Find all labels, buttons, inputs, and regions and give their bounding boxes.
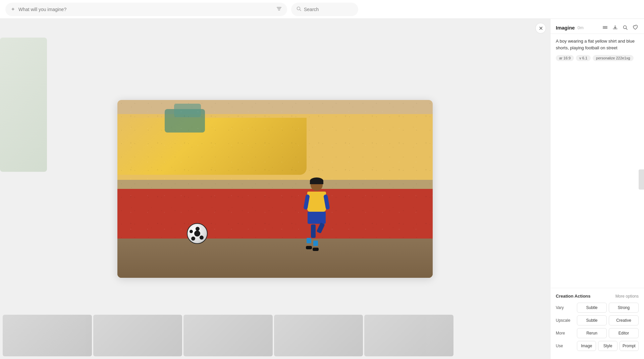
use-row: Use Image Style Prompt xyxy=(556,341,639,351)
more-options-link[interactable]: More options xyxy=(615,294,639,299)
tag-personalize: personalize 222e1xg xyxy=(593,55,634,61)
boy-arms xyxy=(307,195,326,210)
boy-shoe-right xyxy=(313,248,319,251)
main-image xyxy=(117,100,433,278)
vary-strong-button[interactable]: Strong xyxy=(609,303,639,313)
context-thumb-1 xyxy=(3,315,92,356)
heart-icon xyxy=(633,25,638,30)
boy-sock-left xyxy=(307,238,311,243)
panel-subtitle: 0m xyxy=(578,25,584,30)
tags-row: ar 16:9 v 6.1 personalize 222e1xg xyxy=(550,55,644,65)
boy-sock-right xyxy=(313,241,318,246)
boy-leg-right xyxy=(317,222,325,234)
boy-arm-left xyxy=(304,194,310,210)
football-patch-center xyxy=(194,230,200,237)
vary-row: Vary Subtle Strong xyxy=(556,303,639,313)
football-patch-bl xyxy=(191,237,195,241)
use-image-button[interactable]: Image xyxy=(577,341,596,351)
wand-icon: ✦ xyxy=(11,6,15,12)
svg-line-4 xyxy=(300,10,301,11)
svg-rect-5 xyxy=(603,26,607,27)
panel-search-icon xyxy=(623,25,628,30)
tag-version: v 6.1 xyxy=(576,55,591,61)
use-prompt-button[interactable]: Prompt xyxy=(620,341,639,351)
upscale-label: Upscale xyxy=(556,318,574,323)
panel-favorite-button[interactable] xyxy=(632,24,639,31)
panel-download-button[interactable] xyxy=(612,24,619,31)
search-container[interactable] xyxy=(291,3,358,16)
upscale-creative-button[interactable]: Creative xyxy=(609,315,639,325)
boy-leg-left xyxy=(311,224,316,238)
upscale-row: Upscale Subtle Creative xyxy=(556,315,639,325)
tag-ar: ar 16:9 xyxy=(556,55,574,61)
boy-head xyxy=(311,179,323,191)
use-label: Use xyxy=(556,344,574,348)
prompt-input[interactable] xyxy=(18,7,273,12)
context-thumb-2 xyxy=(93,315,182,356)
search-icon xyxy=(297,6,301,12)
main-content: ✕ xyxy=(0,0,644,359)
actions-title: Creation Actions xyxy=(556,294,591,299)
upscale-buttons: Subtle Creative xyxy=(577,315,639,325)
bg-left-context xyxy=(0,38,47,172)
boy-shoe-left xyxy=(306,246,312,249)
more-rerun-button[interactable]: Rerun xyxy=(577,328,607,338)
more-editor-button[interactable]: Editor xyxy=(609,328,639,338)
image-viewer: ✕ xyxy=(0,19,550,359)
football-patch-br xyxy=(200,236,204,240)
more-buttons: Rerun Editor xyxy=(577,328,639,338)
ground xyxy=(117,239,433,278)
more-label: More xyxy=(556,331,574,336)
boy-hair xyxy=(310,177,323,184)
panel-search-button[interactable] xyxy=(622,24,629,31)
svg-rect-2 xyxy=(278,10,280,10)
football xyxy=(187,223,208,244)
use-buttons: Image Style Prompt xyxy=(577,341,639,351)
boy-figure xyxy=(302,179,332,246)
boy-legs xyxy=(302,224,332,238)
download-icon xyxy=(612,25,618,30)
panel-title: Imagine xyxy=(556,25,575,31)
filter-icon[interactable] xyxy=(276,6,282,13)
svg-rect-0 xyxy=(277,7,281,8)
vary-label: Vary xyxy=(556,305,574,310)
svg-rect-1 xyxy=(277,8,281,9)
image-canvas xyxy=(117,100,433,278)
boy-shirt xyxy=(307,192,326,212)
right-panel: Imagine 0m xyxy=(550,19,644,359)
vary-subtle-button[interactable]: Subtle xyxy=(577,303,607,313)
panel-menu-button[interactable] xyxy=(602,24,608,31)
right-edge-tab[interactable] xyxy=(639,169,644,190)
svg-line-9 xyxy=(626,29,628,30)
context-thumb-4 xyxy=(274,315,363,356)
panel-header: Imagine 0m xyxy=(550,19,644,34)
prompt-input-container[interactable]: ✦ xyxy=(5,3,287,16)
panel-actions xyxy=(602,24,639,31)
panel-description: A boy wearing a flat yellow shirt and bl… xyxy=(550,34,644,55)
creation-actions: Creation Actions More options Vary Subtl… xyxy=(550,288,644,359)
context-thumb-3 xyxy=(183,315,273,356)
vary-buttons: Subtle Strong xyxy=(577,303,639,313)
bg-bottom-context xyxy=(0,312,456,359)
football-patch-left xyxy=(190,230,193,233)
topbar: ✦ xyxy=(0,0,644,19)
upscale-subtle-button[interactable]: Subtle xyxy=(577,315,607,325)
menu-icon xyxy=(602,25,608,30)
boy-arm-right xyxy=(323,194,330,210)
search-input[interactable] xyxy=(304,7,353,12)
more-row: More Rerun Editor xyxy=(556,328,639,338)
football-patch-top xyxy=(196,227,200,231)
panel-title-row: Imagine 0m xyxy=(556,25,584,31)
context-thumb-5 xyxy=(364,315,453,356)
use-style-button[interactable]: Style xyxy=(598,341,617,351)
svg-rect-7 xyxy=(603,28,607,29)
svg-rect-6 xyxy=(603,27,607,28)
close-button[interactable]: ✕ xyxy=(535,23,546,34)
boy-shorts xyxy=(308,212,326,224)
actions-header: Creation Actions More options xyxy=(556,294,639,299)
